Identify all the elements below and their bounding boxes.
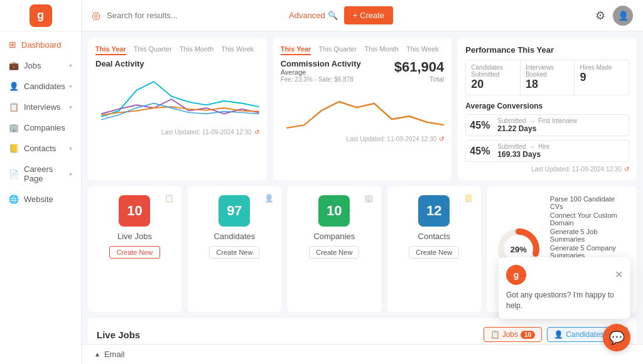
interviews-chevron-icon: ▾ [69, 104, 72, 110]
perf-candidates-label: Candidates Submitted [471, 64, 515, 78]
perf-interviews: Interviews Booked 18 [521, 60, 575, 95]
perf-hires: Hires Made 9 [575, 60, 629, 95]
careers-chevron-icon: ▾ [69, 171, 72, 178]
contacts-label: Contacts [24, 144, 56, 153]
donut-percent: 29% [511, 245, 527, 254]
live-jobs-table-title: Live Jobs [97, 329, 140, 340]
tab-deal-this-week[interactable]: This Week [221, 45, 254, 55]
sidebar: g ⊞ Dashboard 💼 Jobs ▾ 👤 Candidates ▾ 📋 … [0, 0, 82, 364]
perf-last-updated: Last Updated: 11-09-2024 12:30 ↺ [465, 166, 629, 173]
contacts-create-btn[interactable]: Create New [409, 246, 459, 259]
candidates-create-btn[interactable]: Create New [209, 246, 259, 259]
conv1-days: 21.22 Days [497, 124, 577, 133]
jobs-chevron-icon: ▾ [69, 62, 72, 69]
live-jobs-table-header: Live Jobs 📋 Jobs 10 👤 Candidates 18 [97, 327, 628, 342]
dashboard-icon: ⊞ [9, 40, 16, 50]
sidebar-item-jobs[interactable]: 💼 Jobs ▾ [0, 55, 81, 76]
perf-hires-value: 9 [580, 71, 624, 84]
sidebar-item-interviews[interactable]: 📋 Interviews ▾ [0, 97, 81, 117]
companies-label: Companies [24, 123, 65, 132]
charts-row: This Year This Quarter This Month This W… [88, 38, 637, 180]
search-icon: 🔍 [328, 11, 338, 20]
app-logo: g [30, 4, 52, 27]
interviews-icon: 📋 [9, 102, 19, 112]
dashboard-label: Dashboard [21, 40, 62, 50]
perf-refresh-icon[interactable]: ↺ [624, 166, 629, 173]
jobs-label: Jobs [24, 61, 41, 70]
jobs-icon: 💼 [9, 61, 19, 70]
chat-bubble-icon: 💬 [609, 330, 625, 345]
conv1-route: Submitted → First Interview [497, 117, 577, 124]
commission-last-updated: Last Updated: 11-09-2024 12:30 ↺ [281, 136, 445, 142]
create-button[interactable]: + Create [344, 6, 393, 24]
chat-message: Got any questions? I'm happy to help. [506, 290, 623, 311]
search-input[interactable] [107, 11, 283, 20]
progress-item-4: Generate 5 Company Summaries [550, 244, 628, 259]
live-jobs-label: Live Jobs [97, 232, 173, 241]
chat-close-button[interactable]: ✕ [615, 270, 623, 280]
chat-popup: g ✕ Got any questions? I'm happy to help… [499, 257, 630, 319]
topbar-circle-icon: ◎ [92, 9, 100, 21]
conv2-route: Submitted → Hire [497, 143, 549, 150]
sidebar-item-careers[interactable]: 📄 Careers Page ▾ [0, 159, 81, 189]
conv2-days: 169.33 Days [497, 150, 549, 159]
jobs-tab-label: Jobs [502, 330, 518, 339]
sidebar-item-companies[interactable]: 🏢 Companies [0, 117, 81, 138]
sidebar-item-website[interactable]: 🌐 Website [0, 189, 81, 210]
sidebar-item-candidates[interactable]: 👤 Candidates ▾ [0, 76, 81, 97]
website-icon: 🌐 [9, 195, 19, 204]
tab-comm-this-week[interactable]: This Week [406, 45, 439, 55]
refresh-icon[interactable]: ↺ [254, 129, 259, 136]
tab-comm-this-quarter[interactable]: This Quarter [318, 45, 357, 55]
commission-total-amount: $61,904 [394, 59, 445, 75]
deal-activity-card: This Year This Quarter This Month This W… [88, 38, 267, 180]
live-jobs-create-btn[interactable]: Create New [109, 246, 159, 259]
candidates-icon: 👤 [9, 82, 19, 91]
perf-interviews-label: Interviews Booked [526, 64, 570, 78]
tab-deal-this-month[interactable]: This Month [180, 45, 213, 55]
email-chevron-up-icon: ▲ [94, 351, 100, 358]
stat-card-candidates: 👤 97 Candidates Create New [188, 186, 281, 312]
perf-candidates-value: 20 [471, 78, 515, 91]
jobs-tab[interactable]: 📋 Jobs 10 [484, 327, 542, 342]
commission-title: Commission Activity [281, 59, 361, 68]
jobs-count-badge: 10 [521, 331, 535, 339]
companies-icon: 🏢 [9, 123, 19, 132]
sidebar-logo: g [0, 0, 81, 31]
tab-deal-this-quarter[interactable]: This Quarter [134, 45, 172, 55]
commission-average-label: Average [281, 68, 361, 76]
stat-card-companies: 🏢 10 Companies Create New [288, 186, 381, 312]
arrow-right-icon-1: → [529, 117, 535, 124]
conv-row-1: 45% Submitted → First Interview 21.22 Da… [465, 114, 629, 136]
deal-activity-title: Deal Activity [95, 59, 259, 68]
tab-comm-this-month[interactable]: This Month [365, 45, 399, 55]
tab-deal-this-year[interactable]: This Year [95, 45, 126, 55]
live-jobs-badge: 10 [119, 195, 150, 227]
settings-icon[interactable]: ⚙ [595, 9, 605, 23]
chat-bubble[interactable]: 💬 [603, 324, 630, 351]
sidebar-item-dashboard[interactable]: ⊞ Dashboard [0, 34, 81, 55]
sidebar-item-contacts[interactable]: 📒 Contacts ▾ [0, 138, 81, 159]
commission-refresh-icon[interactable]: ↺ [439, 136, 444, 142]
avg-conversions-title: Average Conversions [465, 102, 629, 110]
topbar: ◎ Advanced 🔍 + Create ⚙ 👤 [82, 0, 643, 31]
candidates-badge: 97 [219, 195, 250, 227]
chat-popup-logo: g [506, 265, 526, 285]
candidates-stat-label: Candidates [197, 232, 273, 241]
stat-card-live-jobs: 📋 10 Live Jobs Create New [88, 186, 181, 312]
candidates-label: Candidates [24, 82, 65, 91]
deal-activity-chart [95, 71, 259, 127]
performance-title: Performance This Year [465, 45, 629, 55]
email-bar[interactable]: ▲ Email [82, 344, 643, 364]
companies-create-btn[interactable]: Create New [309, 246, 359, 259]
perf-candidates: Candidates Submitted 20 [466, 60, 521, 95]
advanced-button[interactable]: Advanced 🔍 [289, 11, 338, 20]
perf-interviews-value: 18 [526, 78, 570, 91]
sidebar-nav: ⊞ Dashboard 💼 Jobs ▾ 👤 Candidates ▾ 📋 In… [0, 31, 81, 364]
stat-card-contacts: 📒 12 Contacts Create New [387, 186, 481, 312]
avatar[interactable]: 👤 [613, 6, 633, 26]
deal-last-updated: Last Updated: 11-09-2024 12:30 ↺ [95, 129, 259, 136]
commission-activity-card: This Year This Quarter This Month This W… [273, 38, 452, 180]
tab-comm-this-year[interactable]: This Year [281, 45, 311, 55]
deal-activity-tabs: This Year This Quarter This Month This W… [95, 45, 259, 55]
